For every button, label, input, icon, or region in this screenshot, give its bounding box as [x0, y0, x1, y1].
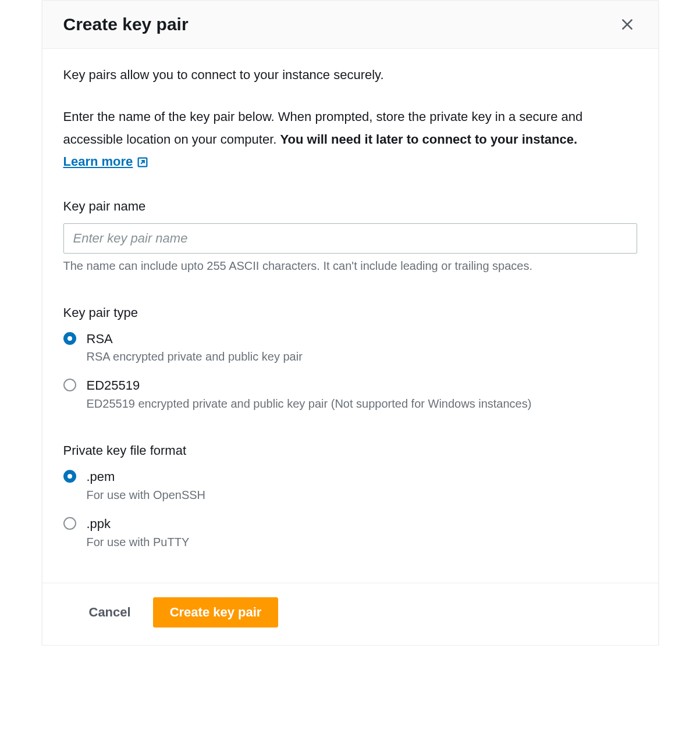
- radio-option-rsa[interactable]: RSA RSA encrypted private and public key…: [63, 330, 637, 364]
- keypair-name-helper: The name can include upto 255 ASCII char…: [63, 259, 637, 273]
- radio-label-rsa: RSA: [87, 330, 303, 348]
- keypair-type-field: Key pair type RSA RSA encrypted private …: [63, 305, 637, 411]
- radio-label-pem: .pem: [87, 468, 206, 486]
- intro-line-1: Key pairs allow you to connect to your i…: [63, 65, 637, 85]
- keypair-type-label: Key pair type: [63, 305, 637, 320]
- modal-body: Key pairs allow you to connect to your i…: [42, 49, 658, 583]
- key-format-label: Private key file format: [63, 443, 637, 458]
- radio-label-ed25519: ED25519: [87, 376, 532, 395]
- radio-text-ppk: .ppk For use with PuTTY: [87, 515, 190, 549]
- close-icon: [620, 17, 635, 32]
- radio-label-ppk: .ppk: [87, 515, 190, 533]
- close-button[interactable]: [617, 15, 637, 34]
- learn-more-text: Learn more: [63, 151, 133, 173]
- radio-text-rsa: RSA RSA encrypted private and public key…: [87, 330, 303, 364]
- intro-paragraph: Enter the name of the key pair below. Wh…: [63, 106, 637, 173]
- radio-input-pem[interactable]: [63, 470, 76, 483]
- modal-header: Create key pair: [42, 1, 658, 49]
- radio-input-rsa[interactable]: [63, 332, 76, 345]
- radio-text-pem: .pem For use with OpenSSH: [87, 468, 206, 502]
- keypair-name-input[interactable]: [63, 223, 637, 254]
- create-keypair-modal: Create key pair Key pairs allow you to c…: [42, 0, 659, 646]
- modal-footer: Cancel Create key pair: [42, 583, 658, 645]
- radio-option-pem[interactable]: .pem For use with OpenSSH: [63, 468, 637, 502]
- keypair-name-field: Key pair name The name can include upto …: [63, 199, 637, 273]
- radio-desc-ed25519: ED25519 encrypted private and public key…: [87, 397, 532, 411]
- modal-title: Create key pair: [63, 15, 189, 34]
- radio-input-ed25519[interactable]: [63, 379, 76, 391]
- key-format-field: Private key file format .pem For use wit…: [63, 443, 637, 549]
- keypair-name-label: Key pair name: [63, 199, 637, 214]
- radio-desc-ppk: For use with PuTTY: [87, 536, 190, 549]
- create-keypair-button[interactable]: Create key pair: [153, 597, 279, 628]
- radio-text-ed25519: ED25519 ED25519 encrypted private and pu…: [87, 376, 532, 411]
- radio-option-ppk[interactable]: .ppk For use with PuTTY: [63, 515, 637, 549]
- cancel-button[interactable]: Cancel: [84, 599, 136, 626]
- radio-input-ppk[interactable]: [63, 517, 76, 530]
- external-link-icon: [136, 151, 149, 173]
- radio-desc-rsa: RSA encrypted private and public key pai…: [87, 350, 303, 363]
- radio-desc-pem: For use with OpenSSH: [87, 489, 206, 502]
- intro-text-bold: You will need it later to connect to you…: [280, 132, 577, 147]
- radio-option-ed25519[interactable]: ED25519 ED25519 encrypted private and pu…: [63, 376, 637, 411]
- learn-more-link[interactable]: Learn more: [63, 151, 150, 173]
